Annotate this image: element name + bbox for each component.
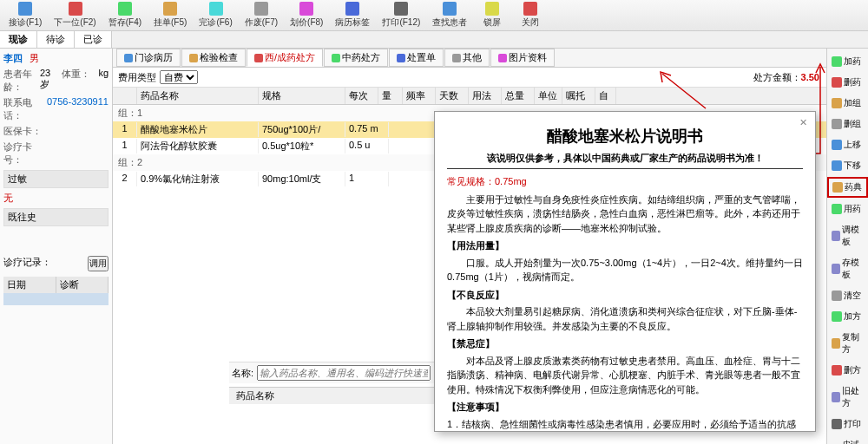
rbtn-上移[interactable]: 上移 [827, 135, 868, 154]
toolbar-完诊(F6)[interactable]: 完诊(F6) [194, 0, 237, 30]
rbtn-调模板[interactable]: 调模板 [827, 220, 868, 251]
call-button[interactable]: 调用 [88, 256, 108, 271]
tab-中药处方[interactable]: 中药处方 [324, 49, 388, 67]
rbtn-加方[interactable]: 加方 [827, 307, 868, 326]
rbtn-删组[interactable]: 删组 [827, 114, 868, 134]
tab-已诊[interactable]: 已诊 [75, 31, 112, 48]
rbtn-加组[interactable]: 加组 [827, 94, 868, 113]
toolbar-接诊(F1)[interactable]: 接诊(F1) [3, 0, 47, 30]
tab-检验检查[interactable]: 检验检查 [181, 49, 246, 67]
tab-现诊[interactable]: 现诊 [0, 31, 37, 48]
rbtn-加药[interactable]: 加药 [827, 52, 868, 71]
tab-待诊[interactable]: 待诊 [37, 31, 75, 48]
rbtn-清空[interactable]: 清空 [827, 286, 868, 305]
rbtn-复制方[interactable]: 复制方 [827, 328, 868, 359]
rbtn-打印[interactable]: 打印 [827, 415, 868, 434]
toolbar-划价(F8)[interactable]: 划价(F8) [285, 0, 328, 30]
toolbar-下一位(F2)[interactable]: 下一位(F2) [49, 0, 101, 30]
toolbar-查找患者[interactable]: 查找患者 [427, 0, 472, 30]
rbtn-删方[interactable]: 删方 [827, 361, 868, 380]
rbtn-删药[interactable]: 删药 [827, 73, 868, 92]
toolbar-暂存(F4)[interactable]: 暂存(F4) [103, 0, 147, 30]
rbtn-用药[interactable]: 用药 [827, 199, 868, 219]
rbtn-皮试单[interactable]: 皮试单 [827, 435, 868, 444]
rbtn-存模板[interactable]: 存模板 [827, 253, 868, 284]
rbtn-下移[interactable]: 下移 [827, 156, 868, 175]
toolbar-关闭[interactable]: 关闭 [512, 0, 549, 30]
rbtn-旧处方[interactable]: 旧处方 [827, 382, 868, 413]
toolbar-病历标签[interactable]: 病历标签 [330, 0, 375, 30]
tab-处置单[interactable]: 处置单 [389, 49, 444, 67]
patient-sex: 男 [30, 52, 39, 65]
patient-name: 李四 [3, 52, 23, 65]
tab-图片资料[interactable]: 图片资料 [490, 49, 555, 67]
drug-manual-popup: ✕ 醋酸地塞米松片说明书 该说明仅供参考，具体以中国药典或厂家生产的药品说明书为… [434, 111, 816, 432]
tab-其他[interactable]: 其他 [444, 49, 490, 67]
toolbar-作废(F7)[interactable]: 作废(F7) [240, 0, 283, 30]
fee-type-select[interactable]: 自费 [160, 70, 198, 84]
rbtn-药典[interactable]: 药典 [827, 177, 868, 198]
toolbar-锁屏[interactable]: 锁屏 [474, 0, 510, 30]
toolbar-打印(F12)[interactable]: 打印(F12) [377, 0, 425, 30]
tab-门诊病历[interactable]: 门诊病历 [116, 49, 181, 67]
drug-search-input[interactable] [257, 365, 431, 381]
close-icon[interactable]: ✕ [796, 117, 810, 131]
toolbar-挂单(F5)[interactable]: 挂单(F5) [148, 0, 192, 30]
tab-西/成药处方[interactable]: 西/成药处方 [247, 49, 323, 67]
